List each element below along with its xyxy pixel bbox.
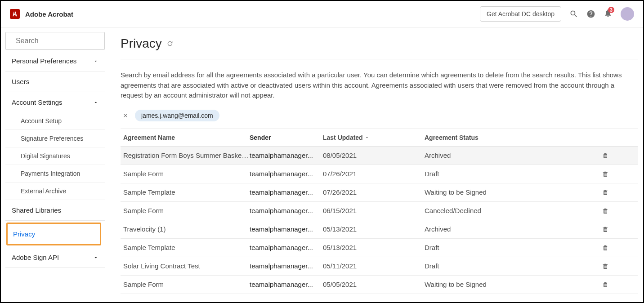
cell-status: Archived <box>425 225 602 233</box>
cell-status: Draft <box>425 170 602 178</box>
table-row[interactable]: Travelocity (1)teamalphamanager...05/13/… <box>121 220 638 239</box>
refresh-icon[interactable] <box>166 40 174 47</box>
cell-action <box>602 170 638 178</box>
filter-row: james.j.wang@email.com <box>121 110 643 129</box>
chevron-up-icon <box>93 100 98 105</box>
notification-badge: 3 <box>608 7 614 13</box>
cell-status: Waiting to be Signed <box>425 281 602 288</box>
cell-updated: 05/05/2021 <box>323 281 425 288</box>
trash-icon[interactable] <box>602 262 609 270</box>
help-icon[interactable] <box>586 9 595 18</box>
header-right: Get Acrobat DC desktop 3 <box>480 6 634 22</box>
table-row[interactable]: Sample Formteamalphamanager...05/05/2021… <box>121 276 638 294</box>
cell-sender: teamalphamanager... <box>250 281 323 288</box>
app-header: Adobe Acrobat Get Acrobat DC desktop 3 <box>1 1 643 27</box>
cell-action <box>602 225 638 233</box>
column-header-label: Last Updated <box>323 134 363 141</box>
sidebar-item-account-settings[interactable]: Account Settings <box>5 92 105 112</box>
cell-name: Travelocity (1) <box>121 225 250 233</box>
trash-icon[interactable] <box>602 152 609 160</box>
cell-sender: teamalphamanager... <box>250 207 323 214</box>
sidebar-item-users[interactable]: Users <box>5 71 105 92</box>
sidebar-subitem-signature-preferences[interactable]: Signature Preferences <box>5 130 105 147</box>
cell-status: Canceled/Declined <box>425 207 602 214</box>
sidebar-item-privacy[interactable]: Privacy <box>8 224 100 244</box>
cell-status: Waiting to be Signed <box>425 188 602 196</box>
sidebar-item-label: Personal Preferences <box>12 57 76 65</box>
sidebar-subitem-external-archive[interactable]: External Archive <box>5 183 105 200</box>
cell-name: Sample Form <box>121 207 250 214</box>
highlight-box: Privacy <box>6 223 101 245</box>
cell-action <box>602 207 638 215</box>
cell-sender: teamalphamanager... <box>250 262 323 270</box>
cell-name: Sample Template <box>121 244 250 251</box>
sidebar-item-personal-preferences[interactable]: Personal Preferences <box>5 51 105 71</box>
cell-action <box>602 244 638 252</box>
table-row[interactable]: Sample Formteamalphamanager...06/15/2021… <box>121 202 638 220</box>
cell-name: Registration Form Boys Summer Basketball <box>121 152 250 159</box>
search-icon[interactable] <box>569 9 578 18</box>
close-icon[interactable] <box>122 112 129 119</box>
column-header-status[interactable]: Agreement Status <box>425 134 602 141</box>
table-row[interactable]: Registration Form Boys Summer Basketball… <box>121 147 638 165</box>
cell-name: Sample Template <box>121 188 250 196</box>
page-description: Search by email address for all the agre… <box>121 59 643 110</box>
cell-sender: teamalphamanager... <box>250 244 323 251</box>
trash-icon[interactable] <box>602 188 609 196</box>
cell-updated: 05/13/2021 <box>323 225 425 233</box>
sidebar-item-shared-libraries[interactable]: Shared Libraries <box>5 200 105 221</box>
table-body: Registration Form Boys Summer Basketball… <box>121 147 638 294</box>
sidebar-search[interactable] <box>5 32 105 50</box>
cell-sender: teamalphamanager... <box>250 225 323 233</box>
column-header-sender[interactable]: Sender <box>250 134 323 141</box>
email-filter-chip[interactable]: james.j.wang@email.com <box>135 110 219 121</box>
app-name: Adobe Acrobat <box>25 10 73 18</box>
sidebar-item-label: Account Settings <box>12 98 63 106</box>
trash-icon[interactable] <box>602 281 609 289</box>
sidebar-subitem-digital-signatures[interactable]: Digital Signatures <box>5 147 105 165</box>
cell-name: Sample Form <box>121 281 250 288</box>
cell-updated: 07/26/2021 <box>323 170 425 178</box>
notifications-button[interactable]: 3 <box>604 9 613 19</box>
table-row[interactable]: Sample Templateteamalphamanager...05/13/… <box>121 239 638 257</box>
agreements-table: Agreement Name Sender Last Updated Agree… <box>121 129 638 294</box>
trash-icon[interactable] <box>602 225 609 233</box>
page-title-row: Privacy <box>121 36 638 59</box>
cell-updated: 07/26/2021 <box>323 188 425 196</box>
sort-desc-icon <box>365 135 369 140</box>
trash-icon[interactable] <box>602 207 609 215</box>
cell-action <box>602 152 638 160</box>
cell-status: Archived <box>425 152 602 159</box>
cell-status: Draft <box>425 262 602 270</box>
sidebar-subitem-payments-integration[interactable]: Payments Integration <box>5 165 105 183</box>
avatar[interactable] <box>621 7 634 21</box>
adobe-logo-icon <box>10 9 20 19</box>
sidebar-subitem-account-setup[interactable]: Account Setup <box>5 112 105 130</box>
cell-action <box>602 188 638 196</box>
cell-updated: 05/11/2021 <box>323 262 425 270</box>
cell-updated: 05/13/2021 <box>323 244 425 251</box>
get-desktop-button[interactable]: Get Acrobat DC desktop <box>480 6 561 22</box>
cell-sender: teamalphamanager... <box>250 152 323 159</box>
table-row[interactable]: Sample Formteamalphamanager...07/26/2021… <box>121 165 638 183</box>
sidebar-item-label: Privacy <box>13 230 35 238</box>
column-header-updated[interactable]: Last Updated <box>323 134 425 141</box>
cell-updated: 08/05/2021 <box>323 152 425 159</box>
header-left: Adobe Acrobat <box>10 9 73 19</box>
trash-icon[interactable] <box>602 170 609 178</box>
cell-action <box>602 281 638 289</box>
sidebar-item-adobe-sign-api[interactable]: Adobe Sign API <box>5 247 105 268</box>
table-header: Agreement Name Sender Last Updated Agree… <box>121 129 638 147</box>
search-input[interactable] <box>16 37 105 45</box>
table-row[interactable]: Solar Living Contract Testteamalphamanag… <box>121 257 638 276</box>
sidebar-item-label: Users <box>12 78 29 85</box>
cell-action <box>602 262 638 270</box>
main-content: Privacy Search by email address for all … <box>105 27 643 303</box>
chevron-down-icon <box>93 58 98 64</box>
page-title: Privacy <box>121 36 162 51</box>
column-header-name[interactable]: Agreement Name <box>121 134 250 141</box>
cell-name: Solar Living Contract Test <box>121 262 250 270</box>
cell-updated: 06/15/2021 <box>323 207 425 214</box>
trash-icon[interactable] <box>602 244 609 252</box>
table-row[interactable]: Sample Templateteamalphamanager...07/26/… <box>121 183 638 202</box>
